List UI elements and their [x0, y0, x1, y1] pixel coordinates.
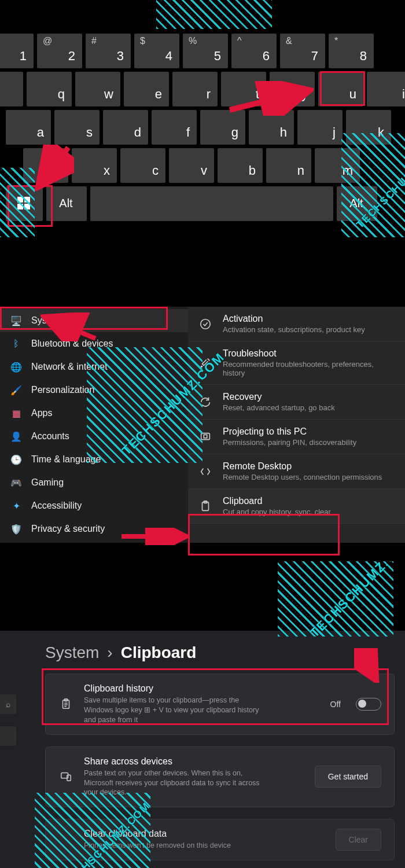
row-subtitle: Reset, advanced startup, go back	[223, 403, 335, 412]
clipboard-history-card: Clipboard history Save multiple items to…	[45, 674, 395, 735]
key-s[interactable]: s	[54, 110, 100, 145]
key-k[interactable]: k	[346, 110, 391, 145]
sidebar-item-bluetooth-devices[interactable]: ᛒ Bluetooth & devices	[0, 332, 188, 355]
sidebar-item-label: Accounts	[31, 431, 69, 442]
alt-key-left[interactable]: Alt	[46, 186, 87, 221]
svg-point-2	[201, 319, 211, 329]
key-z[interactable]: z	[23, 148, 68, 183]
key-a[interactable]: a	[6, 110, 51, 145]
sidebar-item-accessibility[interactable]: ✦ Accessibility	[0, 494, 188, 517]
clipboard-page-screenshot: System › Clipboard Clipboard history Sav…	[0, 561, 405, 868]
key-n[interactable]: n	[266, 148, 311, 183]
clear-button[interactable]: Clear	[336, 829, 381, 851]
sidebar-item-label: Gaming	[31, 477, 64, 488]
clipboard-history-title: Clipboard history	[84, 683, 263, 694]
key-b[interactable]: b	[218, 148, 263, 183]
settings-screenshot: 🖥️ Systemᛒ Bluetooth & devices🌐 Network …	[0, 237, 405, 561]
alt-key-right[interactable]: Alt	[337, 186, 377, 221]
settings-row-troubleshoot[interactable]: Troubleshoot Recommended troubleshooters…	[188, 341, 405, 385]
on-screen-keyboard: !1@2#3$4%5^6&7*8 qwertyuio asdfghjk zxcv…	[0, 34, 405, 225]
sidebar-item-label: Network & internet	[31, 362, 108, 372]
key-c[interactable]: c	[120, 148, 165, 183]
sidebar-item-label: System	[31, 315, 62, 326]
key-g[interactable]: g	[200, 110, 245, 145]
key-e[interactable]: e	[124, 72, 169, 106]
key-t[interactable]: t	[221, 72, 266, 106]
key-r[interactable]: r	[172, 72, 218, 106]
row-icon	[198, 465, 212, 479]
key-q[interactable]: q	[27, 72, 72, 106]
clipboard-icon	[58, 697, 73, 712]
search-rail-icon[interactable]: ⌕	[0, 694, 16, 714]
space-key[interactable]	[90, 186, 333, 221]
row-icon	[198, 499, 212, 513]
sidebar-item-gaming[interactable]: 🎮 Gaming	[0, 471, 188, 494]
toggle-state-label: Off	[330, 700, 341, 709]
nav-icon: 🛡️	[10, 523, 22, 535]
settings-row-projecting-to-this-pc[interactable]: Projecting to this PC Permissions, pairi…	[188, 420, 405, 454]
windows-logo-icon	[17, 197, 30, 209]
windows-key[interactable]	[6, 186, 43, 221]
key-i[interactable]: i	[367, 72, 405, 106]
key-f[interactable]: f	[152, 110, 197, 145]
key-4[interactable]: $4	[134, 34, 179, 68]
settings-window: 🖥️ Systemᛒ Bluetooth & devices🌐 Network …	[0, 307, 405, 543]
key-6[interactable]: ^6	[231, 34, 277, 68]
key-y[interactable]: y	[270, 72, 315, 106]
clipboard-history-desc: Save multiple items to your clipboard—pr…	[84, 696, 263, 725]
key-m[interactable]: m	[315, 148, 360, 183]
key-8[interactable]: *8	[329, 34, 374, 68]
sidebar-item-label: Time & language	[31, 454, 101, 465]
key-v[interactable]: v	[169, 148, 214, 183]
settings-row-recovery[interactable]: Recovery Reset, advanced startup, go bac…	[188, 385, 405, 420]
svg-rect-4	[201, 433, 210, 439]
key-u[interactable]: u	[318, 72, 363, 106]
settings-content: Activation Activation state, subscriptio…	[188, 307, 405, 543]
row-icon	[198, 430, 212, 444]
key-7[interactable]: &7	[280, 34, 325, 68]
sidebar-item-label: Accessibility	[31, 501, 82, 511]
breadcrumb-parent[interactable]: System	[45, 643, 99, 662]
get-started-button[interactable]: Get started	[315, 766, 381, 788]
key-h[interactable]: h	[249, 110, 294, 145]
row-title: Clipboard	[223, 496, 331, 506]
nav-icon: 🎮	[10, 477, 22, 488]
share-devices-title: Share across devices	[84, 756, 263, 767]
nav-icon: 🖥️	[10, 315, 22, 326]
key-5[interactable]: %5	[183, 34, 228, 68]
settings-row-remote-desktop[interactable]: Remote Desktop Remote Desktop users, con…	[188, 454, 405, 489]
row-subtitle: Recommended troubleshooters, preferences…	[223, 360, 395, 377]
key-j[interactable]: j	[297, 110, 343, 145]
sidebar-item-time-language[interactable]: 🕒 Time & language	[0, 448, 188, 471]
share-devices-desc: Paste text on your other devices. When t…	[84, 768, 263, 798]
settings-row-activation[interactable]: Activation Activation state, subscriptio…	[188, 307, 405, 341]
sidebar-item-network-internet[interactable]: 🌐 Network & internet	[0, 355, 188, 378]
row-title: Troubleshoot	[223, 348, 395, 359]
sidebar-item-apps[interactable]: ▦ Apps	[0, 402, 188, 425]
clipboard-history-toggle[interactable]	[356, 698, 381, 711]
sidebar-item-privacy-security[interactable]: 🛡️ Privacy & security	[0, 517, 188, 540]
sidebar-item-personalization[interactable]: 🖌️ Personalization	[0, 378, 188, 402]
settings-row-clipboard[interactable]: Clipboard Cut and copy history, sync, cl…	[188, 489, 405, 524]
nav-icon: 🕒	[10, 454, 22, 465]
svg-point-3	[201, 366, 203, 367]
clear-clipboard-title: Clear clipboard data	[84, 829, 231, 839]
key-d[interactable]: d	[103, 110, 148, 145]
chevron-right-icon: ›	[107, 643, 112, 662]
sidebar-item-label: Privacy & security	[31, 524, 105, 534]
key-1[interactable]: !1	[0, 34, 34, 68]
sync-devices-icon	[58, 769, 73, 784]
nav-icon: 🖌️	[10, 384, 22, 396]
sidebar-item-system[interactable]: 🖥️ System	[0, 309, 188, 332]
key-2[interactable]: @2	[37, 34, 82, 68]
sidebar-item-accounts[interactable]: 👤 Accounts	[0, 425, 188, 448]
nav-icon: ᛒ	[10, 338, 22, 350]
clear-clipboard-desc: Pinned items won't be removed on this de…	[84, 841, 231, 851]
key-x[interactable]: x	[72, 148, 117, 183]
key-w[interactable]: w	[75, 72, 120, 106]
row-icon	[198, 356, 212, 370]
key-edge[interactable]	[0, 72, 23, 106]
key-3[interactable]: #3	[86, 34, 131, 68]
row-title: Recovery	[223, 392, 335, 402]
sidebar-item-label: Apps	[31, 408, 52, 418]
